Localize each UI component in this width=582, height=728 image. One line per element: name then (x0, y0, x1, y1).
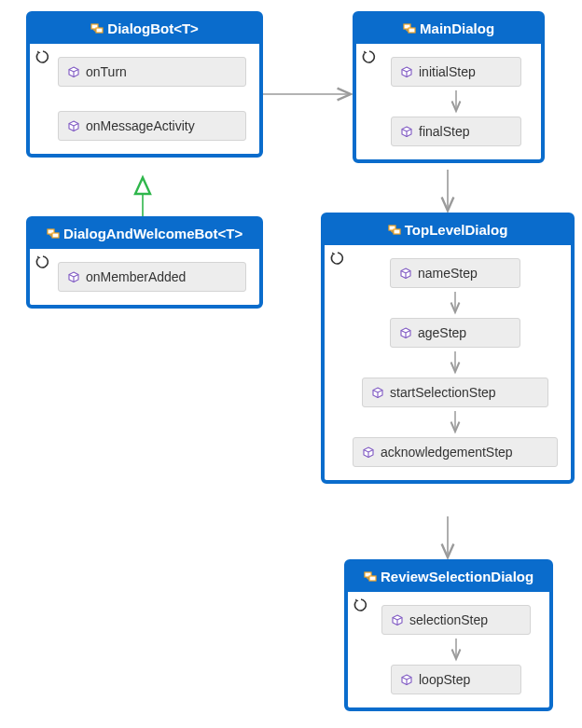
class-icon (90, 22, 104, 35)
cycle-icon (353, 598, 368, 612)
method-loopstep: loopStep (391, 665, 521, 694)
method-label: onMemberAdded (86, 269, 186, 284)
method-onmemberadded: onMemberAdded (58, 262, 246, 292)
node-dialogbot: DialogBot<T> onTurn onMessageActivity (26, 11, 263, 158)
node-maindialog: MainDialog initialStep finalStep (353, 11, 545, 163)
cycle-icon (362, 49, 377, 64)
node-topleveldialog: TopLevelDialog nameStep ageStep startSel… (321, 213, 575, 484)
method-startselectionstep: startSelectionStep (362, 378, 548, 407)
node-header: ReviewSelectionDialog (348, 563, 549, 592)
cube-icon (372, 387, 383, 398)
cube-icon (400, 268, 411, 279)
node-header: MainDialog (356, 15, 541, 44)
cube-icon (68, 271, 79, 282)
method-label: finalStep (419, 124, 469, 139)
arrow-down-icon (450, 637, 462, 663)
method-label: acknowledgementStep (381, 445, 513, 460)
method-initialstep: initialStep (391, 57, 521, 87)
method-label: nameStep (418, 266, 478, 281)
cube-icon (401, 66, 412, 77)
method-agestep: ageStep (390, 318, 520, 348)
cube-icon (400, 327, 411, 338)
arrow-down-icon (450, 409, 461, 435)
method-label: ageStep (418, 325, 466, 340)
node-title: ReviewSelectionDialog (381, 569, 534, 584)
class-icon (47, 227, 60, 240)
method-acknowledgementstep: acknowledgementStep (353, 437, 558, 467)
method-selectionstep: selectionStep (381, 605, 531, 635)
cube-icon (68, 66, 79, 77)
method-label: startSelectionStep (390, 385, 496, 400)
node-header: TopLevelDialog (325, 216, 571, 245)
arrow-down-icon (450, 290, 461, 316)
node-title: MainDialog (420, 21, 494, 36)
method-namestep: nameStep (390, 258, 520, 288)
class-icon (388, 224, 401, 237)
cube-icon (363, 446, 374, 458)
cube-icon (392, 614, 403, 625)
node-dialogandwelcomebot: DialogAndWelcomeBot<T> onMemberAdded (26, 216, 263, 309)
node-title: TopLevelDialog (405, 222, 508, 238)
cycle-icon (35, 254, 50, 269)
arrow-down-icon (450, 89, 462, 115)
method-onturn: onTurn (58, 57, 246, 87)
method-label: selectionStep (409, 612, 488, 627)
node-header: DialogAndWelcomeBot<T> (30, 220, 259, 249)
node-title: DialogBot<T> (107, 21, 199, 36)
cube-icon (68, 120, 79, 131)
node-reviewselectiondialog: ReviewSelectionDialog selectionStep loop… (344, 559, 553, 711)
method-label: initialStep (419, 64, 476, 79)
class-icon (403, 22, 416, 35)
class-icon (364, 570, 377, 584)
method-onmessageactivity: onMessageActivity (58, 111, 246, 141)
cycle-icon (35, 49, 50, 64)
cycle-icon (330, 251, 345, 266)
node-title: DialogAndWelcomeBot<T> (63, 226, 242, 241)
method-label: onTurn (86, 64, 127, 79)
method-label: onMessageActivity (86, 118, 195, 133)
cube-icon (401, 674, 412, 685)
method-label: loopStep (419, 672, 470, 687)
cube-icon (401, 126, 412, 137)
method-finalstep: finalStep (391, 117, 521, 146)
arrow-down-icon (450, 350, 461, 376)
node-header: DialogBot<T> (30, 15, 259, 44)
